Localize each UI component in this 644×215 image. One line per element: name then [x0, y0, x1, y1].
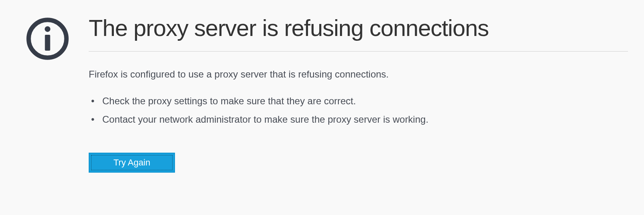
error-description: Firefox is configured to use a proxy ser… [89, 68, 628, 81]
try-again-button[interactable]: Try Again [89, 153, 175, 173]
svg-point-1 [45, 26, 50, 32]
error-content: The proxy server is refusing connections… [89, 15, 644, 173]
error-title: The proxy server is refusing connections [89, 15, 628, 52]
error-suggestions: Check the proxy settings to make sure th… [89, 92, 628, 128]
error-page-container: The proxy server is refusing connections… [0, 0, 644, 173]
svg-rect-2 [45, 35, 50, 51]
info-icon [26, 17, 70, 62]
suggestion-item: Check the proxy settings to make sure th… [89, 92, 628, 110]
suggestion-item: Contact your network administrator to ma… [89, 110, 628, 129]
